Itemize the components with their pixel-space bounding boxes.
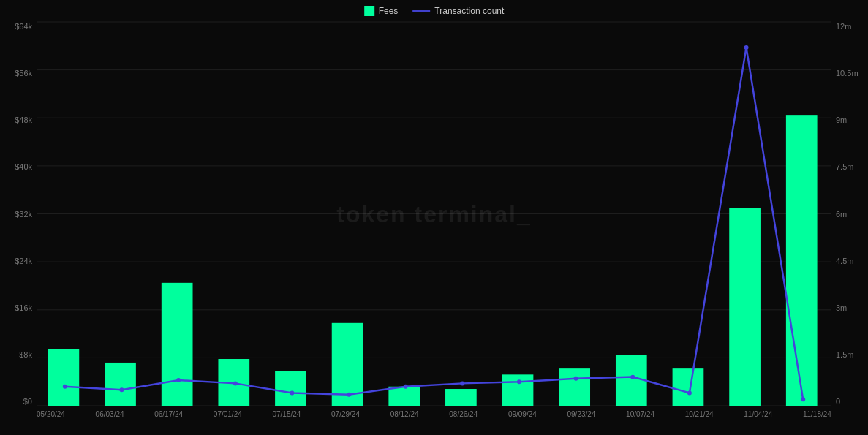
x-label-8: 09/09/24 — [508, 410, 537, 418]
x-label-7: 08/26/24 — [449, 410, 478, 418]
bar-4 — [275, 371, 306, 406]
line-dot-7 — [460, 381, 464, 385]
bar-1 — [105, 363, 136, 406]
transaction-count-label: Transaction count — [434, 6, 504, 16]
legend: Fees Transaction count — [364, 6, 505, 16]
line-dot-2 — [176, 378, 181, 382]
fees-icon — [364, 6, 374, 16]
x-label-6: 08/12/24 — [390, 410, 419, 418]
line-dot-11 — [687, 391, 692, 396]
fees-label: Fees — [379, 6, 399, 16]
y-right-label-8: 0 — [836, 397, 840, 406]
line-dot-3 — [233, 381, 238, 385]
y-axis-right: 12m 10.5m 9m 7.5m 6m 4.5m 3m 1.5m 0 — [831, 22, 868, 406]
bars-svg — [37, 22, 831, 406]
x-label-2: 06/17/24 — [154, 410, 183, 418]
x-label-3: 07/01/24 — [214, 410, 242, 418]
line-dot-9 — [574, 377, 578, 381]
y-left-label-8: $0 — [23, 397, 32, 406]
bar-9 — [559, 368, 590, 406]
x-label-13: 11/18/24 — [803, 410, 831, 418]
y-left-label-5: $24k — [15, 257, 32, 265]
y-left-label-4: $32k — [15, 210, 32, 219]
y-axis-left: $64k $56k $48k $40k $32k $24k $16k $8k $… — [0, 22, 37, 406]
x-axis: 05/20/2406/03/2406/17/2407/01/2407/15/24… — [37, 406, 831, 435]
y-left-label-2: $48k — [15, 116, 32, 124]
x-label-1: 06/03/24 — [96, 410, 124, 418]
bar-12 — [729, 208, 761, 406]
y-right-label-7: 1.5m — [836, 350, 853, 359]
bar-11 — [673, 368, 704, 406]
x-label-4: 07/15/24 — [272, 410, 301, 418]
bar-2 — [162, 283, 193, 406]
bar-6 — [388, 387, 420, 406]
y-right-label-6: 3m — [836, 303, 847, 312]
x-label-5: 07/29/24 — [331, 410, 360, 418]
y-right-label-1: 10.5m — [836, 69, 858, 77]
y-right-label-4: 6m — [836, 210, 847, 219]
line-dot-0 — [63, 385, 67, 389]
line-dot-12 — [744, 45, 749, 50]
line-dot-1 — [119, 387, 124, 392]
bar-7 — [445, 389, 477, 406]
bar-8 — [502, 374, 534, 406]
transaction-count-icon — [412, 10, 430, 12]
bar-13 — [786, 115, 818, 406]
y-left-label-6: $16k — [15, 303, 32, 312]
x-label-0: 05/20/24 — [37, 410, 65, 418]
line-dot-13 — [801, 397, 805, 401]
line-dot-4 — [290, 391, 294, 396]
bar-0 — [48, 349, 80, 406]
y-left-label-0: $64k — [15, 22, 32, 31]
x-label-9: 09/23/24 — [567, 410, 595, 418]
chart-area: token terminal_ — [37, 22, 831, 406]
y-left-label-7: $8k — [19, 350, 32, 359]
legend-transaction-count: Transaction count — [412, 6, 504, 16]
x-label-12: 11/04/24 — [744, 410, 772, 418]
y-right-label-0: 12m — [836, 22, 851, 31]
line-dot-5 — [347, 393, 351, 397]
line-dot-6 — [404, 385, 408, 389]
y-left-label-3: $40k — [15, 162, 32, 171]
x-label-10: 10/07/24 — [626, 410, 654, 418]
line-dot-10 — [630, 375, 635, 379]
y-right-label-2: 9m — [836, 116, 847, 124]
legend-fees: Fees — [364, 6, 399, 16]
y-right-label-3: 7.5m — [836, 162, 853, 171]
y-right-label-5: 4.5m — [836, 257, 853, 265]
line-dot-8 — [517, 379, 521, 384]
x-label-11: 10/21/24 — [685, 410, 714, 418]
chart-container: Fees Transaction count $64k $56k $48k $4… — [0, 0, 868, 435]
y-left-label-1: $56k — [15, 69, 32, 77]
